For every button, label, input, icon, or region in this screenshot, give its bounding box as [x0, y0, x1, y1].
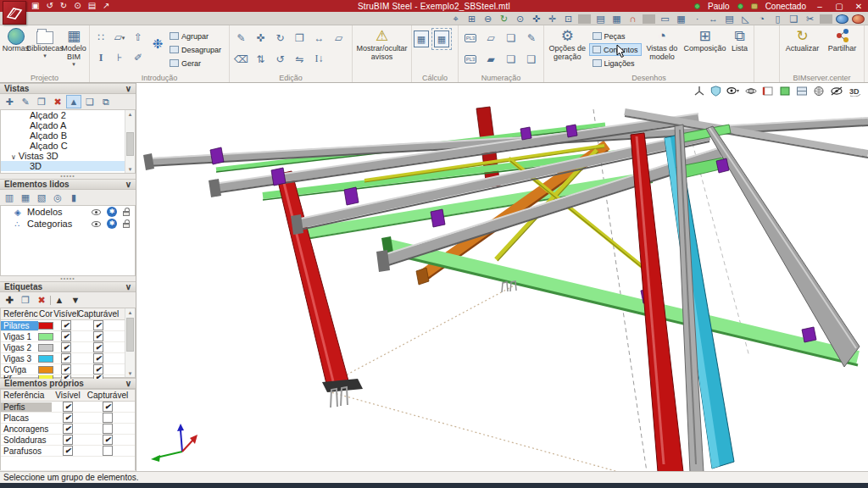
- scroll-thumb[interactable]: [126, 318, 134, 352]
- tree-row-modelos[interactable]: ◈ Modelos ✱: [1, 206, 135, 218]
- lock-icon[interactable]: [123, 211, 130, 216]
- snap-icon[interactable]: ·: [691, 13, 704, 25]
- checkbox-visivel[interactable]: ✔: [63, 435, 73, 445]
- mostrar-ocultar-avisos-button[interactable]: ⚠ Mostrar/ocultar avisos: [355, 27, 409, 63]
- split-view-icon[interactable]: [796, 86, 808, 97]
- bolt-icon[interactable]: ⊦: [111, 51, 128, 65]
- composicao-button[interactable]: ⊞ Composição: [682, 27, 727, 54]
- calculate-selection-icon[interactable]: ▦: [434, 30, 449, 47]
- eye-icon[interactable]: [92, 221, 101, 227]
- weld-pen-icon[interactable]: ✐: [130, 51, 147, 65]
- comment-icon[interactable]: ❑: [787, 13, 800, 25]
- number-groups-icon[interactable]: ❏: [503, 30, 520, 45]
- opcoes-geracao-button[interactable]: ⚙ Opções de geração: [546, 27, 589, 63]
- report2-icon[interactable]: ▦: [610, 13, 623, 25]
- move-up-icon[interactable]: ▲: [52, 293, 67, 307]
- number-plates-icon[interactable]: PL3: [462, 30, 479, 45]
- shield-icon[interactable]: [710, 86, 721, 97]
- delete-tag-icon[interactable]: ✖: [34, 293, 49, 307]
- scroll-down-icon[interactable]: ▾: [125, 369, 135, 377]
- checkbox-capturavel[interactable]: [103, 413, 113, 423]
- checkbox-capturavel[interactable]: ✔: [93, 342, 103, 352]
- number-sheet-icon[interactable]: ▱: [482, 30, 499, 45]
- table-row[interactable]: Pilares ✔ ✔: [1, 320, 135, 331]
- gear-icon[interactable]: ✱: [107, 207, 117, 217]
- vistas-panel-header[interactable]: Vistas ∨: [0, 83, 136, 94]
- protractor-icon[interactable]: ◔: [755, 13, 768, 25]
- sync-icon[interactable]: [737, 3, 743, 9]
- hide-eye-icon[interactable]: [830, 86, 843, 97]
- eye-dropdown-icon[interactable]: [726, 86, 740, 97]
- lock-icon[interactable]: [123, 223, 130, 228]
- checkbox-capturavel[interactable]: ✔: [103, 435, 113, 445]
- gerar-button[interactable]: Gerar: [166, 57, 225, 69]
- report-icon[interactable]: ▤: [594, 13, 607, 25]
- table-row[interactable]: Soldaduras ✔ ✔: [1, 435, 135, 446]
- filter-icon[interactable]: ▧: [34, 191, 49, 204]
- checkbox-visivel[interactable]: ✔: [61, 375, 71, 380]
- actualizar-button[interactable]: ↻ Actualizar: [782, 27, 823, 54]
- table-row[interactable]: Vigas 1 ✔ ✔: [1, 331, 135, 342]
- view-item[interactable]: Alçado 2: [1, 110, 135, 120]
- zoom-extents-icon[interactable]: ⌖: [449, 13, 462, 25]
- etiquetas-panel-header[interactable]: Etiquetas ∨: [0, 281, 136, 292]
- delete-view-icon[interactable]: ✖: [50, 95, 65, 108]
- collapse-icon[interactable]: ∨: [125, 379, 131, 388]
- partilhar-button[interactable]: Partilhar: [823, 27, 862, 54]
- move-down-icon[interactable]: ▼: [68, 293, 83, 307]
- checkbox-visivel[interactable]: ✔: [61, 364, 71, 374]
- calculate-icon[interactable]: ▦: [414, 30, 429, 47]
- views-scrollbar[interactable]: ▴ ▾: [125, 110, 135, 173]
- tree-row-categorias[interactable]: ∴ Categorias ✱: [1, 218, 135, 230]
- 3d-scene[interactable]: [136, 83, 868, 471]
- checkbox-visivel[interactable]: ✔: [61, 342, 71, 352]
- grid-icon[interactable]: ▦: [675, 13, 687, 25]
- new-view-icon[interactable]: ✚: [2, 95, 17, 108]
- view-item[interactable]: Alçado C: [1, 141, 135, 151]
- etiquetas-scrollbar[interactable]: ▴ ▾: [125, 308, 135, 377]
- tag-icon[interactable]: ▱: [331, 30, 348, 45]
- checkbox-visivel[interactable]: ✔: [63, 402, 73, 412]
- checkbox-capturavel[interactable]: ✔: [103, 402, 113, 412]
- edit-pencil-icon[interactable]: ✎: [233, 30, 250, 45]
- gear-icon[interactable]: ✱: [107, 219, 117, 229]
- renumber-sheet-icon[interactable]: ▰: [482, 52, 499, 66]
- mirror-icon[interactable]: ⇋: [292, 52, 309, 66]
- expander-icon[interactable]: ∨: [11, 153, 16, 161]
- expand-all-icon[interactable]: ▥: [2, 191, 17, 204]
- 3d-viewport[interactable]: 3D: [136, 83, 868, 471]
- section-box-icon[interactable]: [762, 86, 774, 97]
- collapse-icon[interactable]: ∨: [125, 180, 131, 189]
- table-row[interactable]: Ancoragens ✔: [1, 424, 135, 435]
- app-logo[interactable]: [3, 1, 26, 25]
- connection-wizard-icon[interactable]: ❉: [149, 27, 166, 61]
- move-view-icon[interactable]: ✛: [546, 13, 559, 25]
- checkbox-capturavel[interactable]: ✔: [93, 331, 103, 341]
- lista-button[interactable]: ⧉ Lista: [727, 27, 752, 54]
- move-icon[interactable]: ✜: [253, 30, 270, 45]
- close-button[interactable]: ✕: [853, 2, 865, 11]
- number-edit-icon[interactable]: ✎: [523, 30, 540, 45]
- scroll-down-icon[interactable]: ▾: [125, 165, 135, 173]
- agrupar-button[interactable]: Agrupar: [166, 30, 225, 42]
- ligacoes-button[interactable]: Ligações: [589, 57, 642, 69]
- table-row[interactable]: Vigas 3 ✔ ✔: [1, 353, 135, 364]
- minimize-button[interactable]: –: [814, 2, 826, 11]
- table-row[interactable]: Parafusos ✔: [1, 446, 135, 457]
- rotate-ccw-icon[interactable]: ↺: [272, 52, 289, 66]
- pecas-button[interactable]: Peças: [589, 30, 642, 42]
- setsquare-icon[interactable]: ◺: [739, 13, 752, 25]
- view-item[interactable]: Alçado B: [1, 130, 135, 141]
- orbit-cube-icon[interactable]: [745, 86, 757, 97]
- view-item-selected[interactable]: 3D: [1, 161, 135, 171]
- pan-icon[interactable]: ✜: [530, 13, 542, 25]
- snapshot-icon[interactable]: ❏: [82, 95, 97, 108]
- cut-icon[interactable]: ✂: [804, 13, 816, 25]
- globe-red-icon[interactable]: [852, 14, 865, 24]
- normas-button[interactable]: Normas: [2, 27, 30, 54]
- sphere-icon[interactable]: [813, 86, 825, 97]
- green-box-icon[interactable]: [779, 86, 791, 97]
- view-group-3d[interactable]: ∨Vistas 3D: [1, 151, 135, 161]
- copy-icon[interactable]: ❐: [292, 30, 309, 45]
- zoom-out-icon[interactable]: ⊖: [481, 13, 494, 25]
